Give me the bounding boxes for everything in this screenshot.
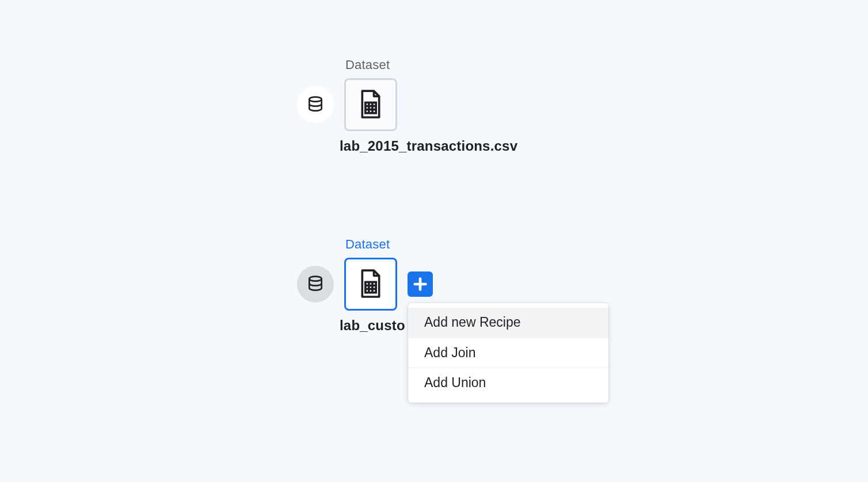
- dataset-name: lab_custo: [340, 317, 405, 334]
- svg-rect-1: [366, 102, 376, 113]
- source-indicator[interactable]: [297, 86, 334, 123]
- menu-item-add-join[interactable]: Add Join: [408, 338, 608, 368]
- node-type-label: Dataset: [345, 237, 390, 252]
- node-row: [297, 78, 397, 131]
- node-type-label: Dataset: [345, 58, 390, 72]
- database-icon: [306, 275, 325, 293]
- svg-rect-7: [366, 282, 376, 292]
- dataset-node: Dataset lab_2015_transactions.csv: [297, 58, 517, 154]
- dataset-name: lab_2015_transactions.csv: [340, 138, 517, 154]
- dataset-tile[interactable]: [344, 78, 397, 131]
- svg-point-0: [309, 97, 321, 102]
- add-context-menu: Add new Recipe Add Join Add Union: [408, 303, 608, 403]
- svg-point-6: [309, 277, 321, 281]
- menu-item-add-recipe[interactable]: Add new Recipe: [408, 308, 608, 338]
- file-data-icon: [358, 269, 383, 299]
- menu-item-add-union[interactable]: Add Union: [408, 368, 608, 398]
- dataset-tile[interactable]: [344, 258, 397, 311]
- database-icon: [306, 95, 325, 114]
- file-data-icon: [358, 90, 383, 120]
- source-indicator[interactable]: [297, 266, 334, 303]
- add-button[interactable]: [408, 271, 433, 297]
- plus-icon: [412, 276, 428, 292]
